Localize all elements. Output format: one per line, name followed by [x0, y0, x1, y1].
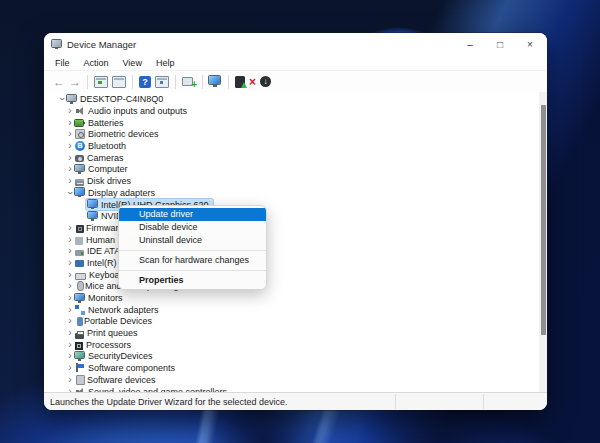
- scrollbar-thumb[interactable]: [541, 105, 546, 335]
- tree-item-software-devices[interactable]: Software devices: [73, 374, 160, 385]
- toolbar-separator: [87, 75, 88, 89]
- tree-item-label: Software devices: [87, 375, 156, 385]
- context-menu-item-update-driver[interactable]: Update driver: [119, 208, 266, 221]
- tree-row[interactable]: ›Display adapters: [44, 187, 539, 199]
- portable-icon: [77, 317, 83, 326]
- network-icon: [75, 305, 85, 315]
- chevron-expanded-icon[interactable]: ›: [57, 94, 67, 104]
- context-menu-item-properties[interactable]: Properties: [119, 274, 266, 287]
- window-controls: –□×: [455, 33, 545, 56]
- tree-item-display-adapters[interactable]: Display adapters: [73, 187, 159, 198]
- window-close-button[interactable]: ×: [515, 33, 545, 56]
- tree-item-desktop-c4in8q0[interactable]: DESKTOP-C4IN8Q0: [65, 94, 167, 105]
- tree-item-label: Monitors: [88, 293, 123, 303]
- tree-item-label: Computer: [88, 164, 128, 174]
- display-icon: [88, 200, 98, 210]
- menu-action[interactable]: Action: [77, 58, 116, 68]
- menu-separator: [119, 250, 266, 251]
- forward-icon[interactable]: →: [69, 76, 81, 88]
- context-menu: Update driverDisable deviceUninstall dev…: [118, 205, 267, 290]
- tree-item-cameras[interactable]: Cameras: [73, 152, 128, 163]
- window-minimize-button[interactable]: –: [455, 33, 485, 56]
- processor-icon: [75, 342, 83, 350]
- computer-icon: [75, 164, 85, 174]
- tree-row[interactable]: ›Print queues: [44, 327, 539, 339]
- tree-item-audio-inputs-and-outputs[interactable]: Audio inputs and outputs: [73, 106, 191, 117]
- tree-row[interactable]: ›Biometric devices: [44, 129, 539, 141]
- status-bar: Launches the Update Driver Wizard for th…: [44, 392, 547, 410]
- tree-item-intel-r[interactable]: Intel(R): [73, 257, 121, 268]
- tree-item-processors[interactable]: Processors: [73, 339, 135, 350]
- tree-item-disk-drives[interactable]: Disk drives: [73, 176, 135, 187]
- tree-item-label: Intel(R): [87, 258, 117, 268]
- tree-row[interactable]: ›Network adapters: [44, 304, 539, 316]
- biometric-icon: [75, 129, 85, 139]
- device-manager-window: Device Manager –□× FileActionViewHelp ←→…: [44, 33, 547, 410]
- software-component-icon: [75, 363, 85, 373]
- tree-item-monitors[interactable]: Monitors: [73, 293, 127, 304]
- tree-item-securitydevices[interactable]: SecurityDevices: [73, 351, 157, 362]
- statusbar-separator: [395, 394, 396, 409]
- toolbar-separator: [228, 75, 229, 89]
- menu-help[interactable]: Help: [149, 58, 182, 68]
- properties-icon[interactable]: [112, 76, 126, 88]
- disk-icon: [75, 179, 84, 186]
- menu-bar: FileActionViewHelp: [44, 56, 547, 71]
- tree-row[interactable]: ›Portable Devices: [44, 316, 539, 328]
- help-icon[interactable]: ?: [139, 76, 151, 88]
- context-menu-item-disable-device[interactable]: Disable device: [119, 221, 266, 234]
- tree-item-portable-devices[interactable]: Portable Devices: [73, 316, 156, 327]
- tree-row[interactable]: ›DESKTOP-C4IN8Q0: [44, 94, 539, 106]
- statusbar-separator: [483, 394, 484, 409]
- tree-item-software-components[interactable]: Software components: [73, 363, 179, 374]
- tree-item-computer[interactable]: Computer: [73, 164, 132, 175]
- update-driver-icon[interactable]: [235, 76, 245, 88]
- hid-icon: [75, 237, 83, 245]
- tree-item-biometric-devices[interactable]: Biometric devices: [73, 129, 163, 140]
- tree-item-batteries[interactable]: Batteries: [73, 117, 128, 128]
- tree-row[interactable]: ›Batteries: [44, 117, 539, 129]
- tree-row[interactable]: ›Bluetooth: [44, 140, 539, 152]
- uninstall-device-icon[interactable]: ×: [249, 76, 256, 88]
- scan-hardware-changes-icon[interactable]: [182, 76, 196, 88]
- computer-monitor-icon[interactable]: [209, 76, 222, 87]
- tree-item-label: SecurityDevices: [88, 351, 153, 361]
- action-pane-icon[interactable]: [155, 76, 169, 88]
- monitor-icon: [75, 293, 85, 303]
- menu-view[interactable]: View: [116, 58, 149, 68]
- toolbar-separator: [132, 75, 133, 89]
- tree-row[interactable]: ›SecurityDevices: [44, 351, 539, 363]
- title-bar[interactable]: Device Manager –□×: [44, 33, 547, 56]
- tree-row[interactable]: ›Audio inputs and outputs: [44, 105, 539, 117]
- firmware-icon: [76, 225, 84, 233]
- intel-icon: [75, 260, 84, 267]
- tree-row[interactable]: ›Software components: [44, 362, 539, 374]
- tree-item-label: Processors: [86, 340, 131, 350]
- tree-item-print-queues[interactable]: Print queues: [73, 328, 142, 339]
- tree-row[interactable]: ›Software devices: [44, 374, 539, 386]
- security-icon: [75, 351, 85, 361]
- context-menu-item-scan-for-hardware-changes[interactable]: Scan for hardware changes: [119, 254, 266, 267]
- context-menu-item-uninstall-device[interactable]: Uninstall device: [119, 234, 266, 247]
- tree-row[interactable]: ›Monitors: [44, 292, 539, 304]
- tree-item-label: Bluetooth: [88, 141, 126, 151]
- tree-item-label: Network adapters: [88, 305, 159, 315]
- tree-item-label: Biometric devices: [88, 129, 159, 139]
- chevron-expanded-icon[interactable]: ›: [65, 188, 75, 198]
- tree-item-network-adapters[interactable]: Network adapters: [73, 304, 163, 315]
- display-icon: [88, 211, 98, 221]
- window-maximize-button[interactable]: □: [485, 33, 515, 56]
- disable-device-icon[interactable]: ↓: [260, 76, 271, 87]
- console-tree-icon[interactable]: [94, 76, 108, 88]
- vertical-scrollbar[interactable]: [539, 92, 547, 393]
- tree-row[interactable]: ›Cameras: [44, 152, 539, 164]
- tree-item-label: Print queues: [87, 328, 138, 338]
- tree-row[interactable]: ›Disk drives: [44, 175, 539, 187]
- software-device-icon: [76, 375, 85, 385]
- tree-item-bluetooth[interactable]: Bluetooth: [73, 141, 130, 152]
- tree-row[interactable]: ›Computer: [44, 164, 539, 176]
- back-icon[interactable]: ←: [53, 76, 65, 88]
- battery-icon: [75, 118, 85, 128]
- tree-row[interactable]: ›Processors: [44, 339, 539, 351]
- menu-file[interactable]: File: [48, 58, 77, 68]
